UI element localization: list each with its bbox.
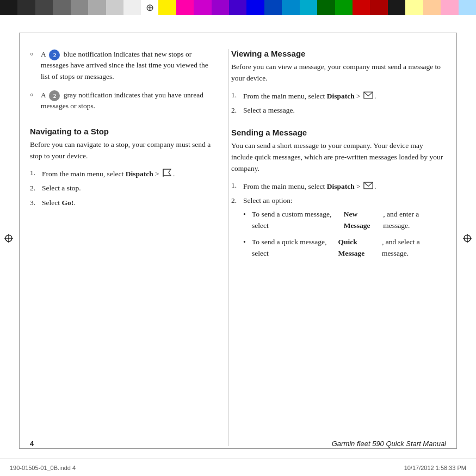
- notification-item-1: A 2 blue notification indicates that new…: [30, 49, 215, 82]
- nav-dispatch-keyword: Dispatch: [126, 170, 153, 178]
- color-seg-6: [88, 0, 106, 15]
- send-options-list: To send a custom message, select New Mes…: [243, 209, 443, 260]
- color-seg-5: [71, 0, 88, 15]
- color-seg-blue2: [264, 0, 282, 15]
- border-top: [19, 33, 457, 33]
- border-right: [456, 33, 457, 449]
- view-step-1-text: From the main menu, select Dispatch > .: [243, 90, 376, 102]
- color-seg-indigo: [229, 0, 246, 15]
- footer-title: Garmin fleet 590 Quick Start Manual: [332, 440, 446, 448]
- color-seg-8: [123, 0, 141, 15]
- navigating-heading: Navigating to a Stop: [30, 127, 215, 136]
- notification-list: A 2 blue notification indicates that new…: [30, 49, 215, 112]
- go-keyword: Go!: [61, 199, 73, 207]
- color-seg-cyan: [300, 0, 317, 15]
- quick-message-keyword: Quick Message: [338, 237, 382, 259]
- notification-item-2: A 2 gray notification indicates that you…: [30, 90, 215, 112]
- view-step-2: 2. Select a message.: [231, 105, 443, 116]
- send-step-1: 1. From the main menu, select Dispatch >…: [231, 180, 443, 192]
- sending-heading: Sending a Message: [231, 128, 443, 137]
- color-seg-4: [53, 0, 70, 15]
- color-seg-2: [17, 0, 35, 15]
- color-seg-lb: [459, 0, 476, 15]
- view-step-1-num: 1.: [231, 90, 243, 101]
- view-dispatch-keyword: Dispatch: [327, 92, 355, 100]
- nav-step-3-text: Select Go!.: [42, 197, 76, 208]
- file-info-right: 10/17/2012 1:58:33 PM: [404, 465, 466, 471]
- nav-step-2: 2. Select a stop.: [30, 183, 215, 194]
- send-step-2-num: 2.: [231, 195, 243, 206]
- send-option-quick-message: To send a quick message, select Quick Me…: [243, 237, 443, 259]
- send-envelope-icon: [363, 181, 373, 190]
- viewing-intro: Before you can view a message, your comp…: [231, 61, 443, 84]
- send-dispatch-keyword: Dispatch: [327, 182, 355, 190]
- send-option-new-message: To send a custom message, select New Mes…: [243, 209, 443, 232]
- left-registration-mark: [4, 234, 13, 243]
- notification-body-1: blue notification indicates that new sto…: [41, 50, 208, 81]
- blue-badge: 2: [49, 50, 60, 60]
- send-step-2-text: Select an option: To send a custom messa…: [243, 195, 443, 265]
- new-message-keyword: New Message: [344, 209, 384, 232]
- color-seg-lo: [423, 0, 441, 15]
- color-seg-red2: [370, 0, 387, 15]
- send-step-1-num: 1.: [231, 180, 243, 191]
- color-seg-purple: [212, 0, 229, 15]
- page-number: 4: [30, 440, 34, 448]
- gray-badge: 2: [49, 90, 60, 101]
- color-seg-lp: [441, 0, 458, 15]
- nav-step-1: 1. From the main menu, select Dispatch >…: [30, 168, 215, 180]
- color-seg-blue1: [246, 0, 264, 15]
- navigating-steps: 1. From the main menu, select Dispatch >…: [30, 168, 215, 208]
- sending-steps: 1. From the main menu, select Dispatch >…: [231, 180, 443, 265]
- viewing-heading: Viewing a Message: [231, 49, 443, 58]
- nav-step-2-num: 2.: [30, 183, 42, 194]
- color-seg-7: [106, 0, 123, 15]
- viewing-steps: 1. From the main menu, select Dispatch >…: [231, 90, 443, 116]
- flag-icon: [162, 169, 172, 177]
- file-info-left: 190-01505-01_0B.indd 4: [10, 465, 76, 471]
- send-step-2: 2. Select an option: To send a custom me…: [231, 195, 443, 265]
- sending-intro: You can send a short message to your com…: [231, 140, 443, 175]
- color-seg-black2: [388, 0, 405, 15]
- view-step-2-text: Select a message.: [243, 105, 295, 116]
- sending-section: Sending a Message You can send a short m…: [231, 128, 443, 265]
- bottom-bar: 190-01505-01_0B.indd 4 10/17/2012 1:58:3…: [0, 459, 476, 476]
- color-seg-red1: [353, 0, 370, 15]
- notification-body-2: gray notification indicates that you hav…: [41, 91, 203, 110]
- nav-step-1-num: 1.: [30, 168, 42, 178]
- navigating-intro: Before you can navigate to a stop, your …: [30, 139, 215, 162]
- color-seg-blue3: [282, 0, 299, 15]
- color-seg-green1: [317, 0, 335, 15]
- nav-step-2-text: Select a stop.: [42, 183, 81, 194]
- nav-step-3: 3. Select Go!.: [30, 197, 215, 208]
- color-seg-1: [0, 0, 17, 15]
- color-seg-magenta: [194, 0, 211, 15]
- page-footer: 4 Garmin fleet 590 Quick Start Manual: [30, 440, 446, 448]
- color-seg-ly: [405, 0, 423, 15]
- border-left: [19, 33, 20, 449]
- top-crosshair-symbol: ⊕: [141, 0, 158, 15]
- color-seg-yellow: [158, 0, 176, 15]
- envelope-icon: [363, 91, 373, 100]
- notification-text-2: A 2 gray notification indicates that you…: [41, 90, 215, 112]
- right-registration-mark: [463, 234, 472, 243]
- border-bottom: [19, 448, 457, 449]
- nav-step-3-num: 3.: [30, 197, 42, 208]
- send-step-1-text: From the main menu, select Dispatch > .: [243, 180, 376, 192]
- viewing-section: Viewing a Message Before you can view a …: [231, 49, 443, 116]
- color-seg-3: [35, 0, 53, 15]
- right-column: Viewing a Message Before you can view a …: [231, 49, 443, 430]
- nav-step-1-text: From the main menu, select Dispatch > .: [42, 168, 175, 180]
- notification-text-1: A 2 blue notification indicates that new…: [41, 49, 215, 82]
- color-seg-pink: [176, 0, 194, 15]
- navigating-section: Navigating to a Stop Before you can navi…: [30, 127, 215, 208]
- color-bar: ⊕: [0, 0, 476, 15]
- color-seg-green2: [335, 0, 353, 15]
- view-step-1: 1. From the main menu, select Dispatch >…: [231, 90, 443, 102]
- view-step-2-num: 2.: [231, 105, 243, 116]
- content-area: A 2 blue notification indicates that new…: [30, 49, 443, 430]
- left-column: A 2 blue notification indicates that new…: [30, 49, 215, 430]
- svg-marker-6: [163, 169, 171, 176]
